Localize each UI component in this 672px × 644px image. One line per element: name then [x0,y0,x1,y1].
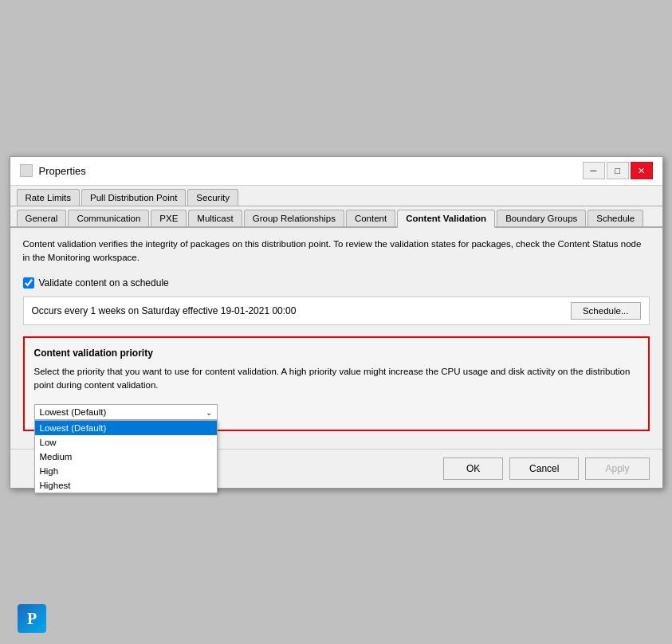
apply-button[interactable]: Apply [585,457,649,480]
schedule-text: Occurs every 1 weeks on Saturday effecti… [32,305,297,316]
priority-selected-value: Lowest (Default) [40,407,107,417]
dropdown-item-high[interactable]: High [35,464,217,478]
priority-desc: Select the priority that you want to use… [34,365,639,393]
dropdown-arrow-icon: ⌄ [206,407,212,416]
priority-title: Content validation priority [34,348,639,359]
maximize-button[interactable]: □ [607,162,629,179]
dropdown-item-lowest-default[interactable]: Lowest (Default) [35,421,217,435]
ok-button[interactable]: OK [443,457,503,480]
close-button[interactable]: ✕ [631,162,653,179]
priority-dropdown-list: Lowest (Default) Low Medium High Highest [34,420,218,493]
window-icon [20,164,33,177]
cancel-button[interactable]: Cancel [509,457,579,480]
tab-multicast[interactable]: Multicast [188,210,242,226]
tab-communication[interactable]: Communication [68,210,149,226]
top-tab-row: Rate Limits Pull Distribution Point Secu… [10,186,662,206]
title-controls: ─ □ ✕ [583,162,653,179]
validate-label: Validate content on a schedule [39,277,169,289]
dropdown-item-highest[interactable]: Highest [35,478,217,493]
priority-dropdown-container: Lowest (Default) ⌄ Lowest (Default) Low … [34,404,218,420]
tab-content[interactable]: Content [346,210,395,226]
logo-area: P [18,604,46,633]
title-bar: Properties ─ □ ✕ [10,157,662,186]
bottom-tab-row: General Communication PXE Multicast Grou… [10,206,662,228]
tab-security[interactable]: Security [187,189,238,206]
dropdown-item-low[interactable]: Low [35,435,217,450]
main-window: Properties ─ □ ✕ Rate Limits Pull Distri… [10,156,663,489]
dropdown-item-medium[interactable]: Medium [35,450,217,464]
info-text: Content validation verifies the integrit… [23,238,650,265]
window-title: Properties [39,165,86,177]
tab-group-relationships[interactable]: Group Relationships [244,210,344,226]
validate-checkbox[interactable] [23,277,34,289]
schedule-row: Occurs every 1 weeks on Saturday effecti… [23,296,650,325]
tab-content-validation[interactable]: Content Validation [397,210,495,228]
tab-boundary-groups[interactable]: Boundary Groups [497,210,586,226]
tab-schedule[interactable]: Schedule [588,210,643,226]
priority-select-display[interactable]: Lowest (Default) ⌄ [34,404,218,420]
priority-box: Content validation priority Select the p… [23,336,650,431]
tab-pxe[interactable]: PXE [151,210,187,226]
validate-checkbox-row: Validate content on a schedule [23,277,650,289]
tab-general[interactable]: General [17,210,67,226]
content-area: Content validation verifies the integrit… [10,228,662,449]
schedule-button[interactable]: Schedule... [571,302,641,320]
app-logo: P [18,604,46,633]
tab-pull-distribution-point[interactable]: Pull Distribution Point [81,189,186,206]
tab-rate-limits[interactable]: Rate Limits [17,189,81,206]
minimize-button[interactable]: ─ [583,162,605,179]
